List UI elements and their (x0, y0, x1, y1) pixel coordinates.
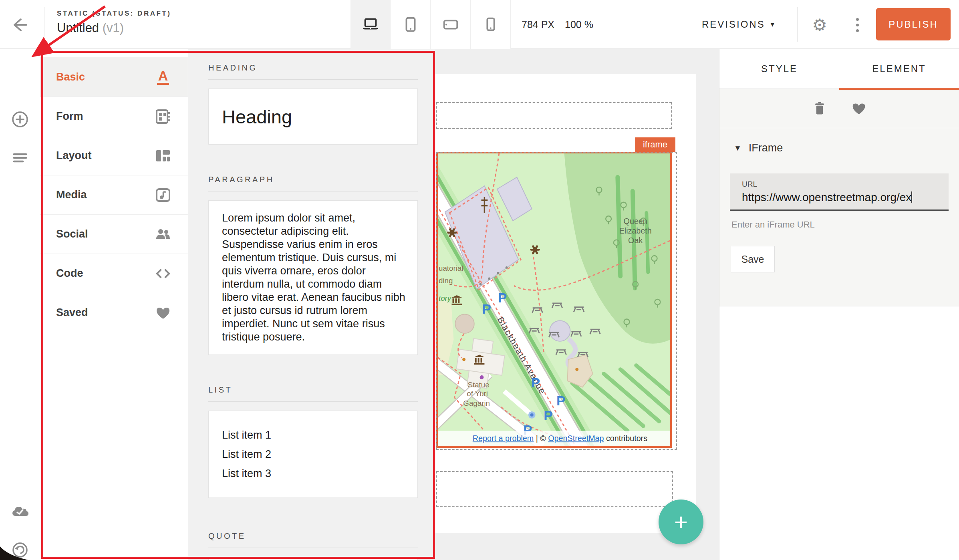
report-problem-link[interactable]: Report a problem (473, 434, 534, 443)
tab-style[interactable]: STYLE (719, 49, 839, 89)
laptop-icon (361, 15, 380, 34)
list-item: List item 1 (222, 425, 404, 445)
list-element-card[interactable]: List item 1 List item 2 List item 3 (208, 411, 418, 498)
layers-menu-button[interactable] (10, 147, 30, 168)
list-item: List item 2 (222, 445, 404, 464)
category-label: Layout (56, 149, 153, 162)
revisions-dropdown[interactable]: REVISIONS ▾ (702, 0, 776, 49)
save-button[interactable]: Save (731, 246, 775, 272)
iframe-url-field[interactable]: URL https://www.openstreetmap.org/ex (730, 173, 949, 211)
form-icon (154, 108, 172, 125)
add-section-fab[interactable]: + (659, 500, 703, 544)
paragraph-element-card[interactable]: Lorem ipsum dolor sit amet, consectetur … (208, 200, 418, 355)
parking-icon: P (482, 302, 491, 316)
openstreetmap-embed[interactable]: Blackheath Avenue Queen Elizabeth Oak St… (438, 153, 670, 446)
inspector-tabs: STYLE ELEMENT (719, 49, 959, 89)
left-rail (0, 49, 40, 560)
elements-library-panel: HEADING Heading PARAGRAPH Lorem ipsum do… (188, 49, 435, 560)
chevron-down-icon: ▼ (734, 144, 741, 153)
device-tablet-landscape-button[interactable] (431, 0, 471, 49)
add-element-button[interactable] (10, 109, 30, 130)
code-icon (154, 265, 172, 282)
url-field-label: URL (742, 180, 937, 189)
category-label: Social (56, 228, 153, 240)
page-builder-app: STATIC (STATUS: DRAFT) Untitled (v1) (0, 0, 959, 560)
section-label-list: LIST (208, 385, 418, 395)
category-media[interactable]: Media (40, 175, 188, 214)
statue-label: Statue (468, 381, 490, 389)
parking-icon: P (531, 375, 540, 390)
document-title[interactable]: Untitled (v1) (57, 21, 171, 35)
back-button[interactable] (9, 14, 30, 35)
toolbar-divider (797, 7, 798, 42)
category-label: Form (56, 110, 153, 123)
heart-icon (154, 304, 172, 322)
inspector-panel: STYLE ELEMENT ▼ IFrame (719, 49, 959, 560)
more-options-button[interactable] (850, 14, 864, 35)
svg-text:of Yuri: of Yuri (467, 389, 488, 398)
iframe-settings-section: ▼ IFrame URL https://www.openstreetmap.o… (719, 128, 959, 306)
parking-icon: P (498, 290, 507, 305)
category-social[interactable]: Social (40, 214, 188, 254)
heart-icon (850, 100, 867, 117)
category-basic[interactable]: Basic A (40, 57, 188, 97)
svg-text:Oak: Oak (628, 236, 643, 245)
category-label: Media (56, 189, 153, 201)
dot (856, 29, 859, 32)
empty-block-placeholder[interactable] (436, 102, 672, 129)
category-label: Basic (56, 71, 153, 83)
arrow-left-icon (9, 14, 30, 35)
openstreetmap-link[interactable]: OpenStreetMap (548, 434, 604, 443)
url-helper-text: Enter an iFrame URL (730, 220, 949, 230)
text-icon: A (157, 69, 169, 85)
tablet-portrait-icon (401, 15, 420, 34)
cloud-check-icon (10, 502, 30, 522)
top-toolbar: STATIC (STATUS: DRAFT) Untitled (v1) (0, 0, 959, 49)
viewport-width: 784 PX (522, 19, 554, 30)
tab-element[interactable]: ELEMENT (839, 49, 959, 89)
dot (856, 18, 859, 21)
svg-text:ding: ding (439, 276, 453, 285)
iframe-section-header[interactable]: ▼ IFrame (730, 142, 949, 154)
empty-block-placeholder[interactable] (436, 471, 673, 507)
category-code[interactable]: Code (40, 254, 188, 293)
phone-icon (482, 15, 500, 34)
delete-element-button[interactable] (810, 99, 829, 118)
url-field-value[interactable]: https://www.openstreetmap.org/ex (742, 191, 937, 204)
svg-text:Elizabeth: Elizabeth (619, 226, 652, 235)
heading-element-card[interactable]: Heading (208, 89, 418, 145)
quote-element-card[interactable]: Block Quote (208, 557, 418, 560)
saved-status-indicator (10, 502, 30, 522)
menu-lines-icon (10, 147, 30, 168)
device-phone-button[interactable] (471, 0, 511, 49)
undo-icon (10, 540, 30, 560)
document-status: STATIC (STATUS: DRAFT) (57, 10, 171, 18)
social-people-icon (154, 226, 172, 243)
device-preview-switcher (351, 0, 511, 49)
device-desktop-button[interactable] (351, 0, 391, 49)
favorite-element-button[interactable] (850, 99, 868, 118)
document-title-text: Untitled (57, 21, 99, 35)
trash-icon (812, 101, 828, 117)
section-label-quote: QUOTE (208, 532, 418, 541)
parking-icon: P (544, 408, 552, 423)
document-title-block: STATIC (STATUS: DRAFT) Untitled (v1) (57, 10, 171, 35)
device-tablet-button[interactable] (391, 0, 431, 49)
publish-button[interactable]: PUBLISH (876, 8, 951, 40)
section-divider (208, 548, 418, 548)
category-form[interactable]: Form (40, 97, 188, 136)
section-divider (208, 79, 418, 80)
viewport-dimensions: 784 PX 100 % (522, 0, 593, 49)
settings-button[interactable]: ⚙ (809, 14, 830, 35)
iframe-element-selected[interactable]: iframe (436, 152, 672, 448)
chevron-down-icon: ▾ (771, 20, 776, 29)
page-canvas: iframe (435, 49, 719, 560)
category-saved[interactable]: Saved (40, 293, 188, 332)
category-label: Code (56, 267, 153, 280)
iframe-selection-badge: iframe (635, 137, 675, 152)
element-actions-row (719, 89, 959, 128)
section-label-paragraph: PARAGRAPH (208, 175, 418, 184)
text-caret (911, 191, 912, 203)
undo-button[interactable] (10, 540, 30, 560)
category-layout[interactable]: Layout (40, 136, 188, 175)
